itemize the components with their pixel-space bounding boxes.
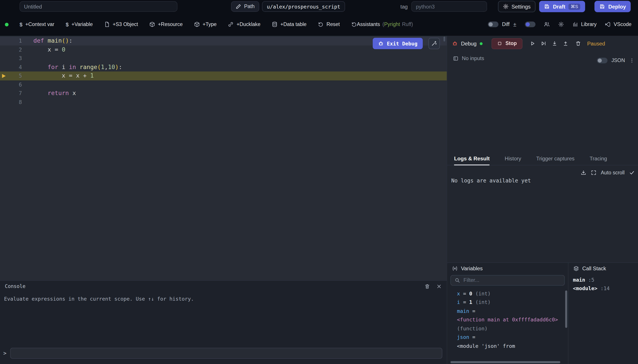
- debug-clear-button[interactable]: [575, 41, 581, 46]
- stop-label: Stop: [505, 41, 517, 46]
- expand-logs-button[interactable]: [591, 170, 596, 175]
- bars-icon: [573, 22, 578, 27]
- app: Path u/alex/prosperous_script tag Settin…: [0, 0, 638, 364]
- path-button[interactable]: Path: [231, 1, 259, 12]
- add-data-table-button[interactable]: +Data table: [272, 22, 307, 27]
- step-into-button[interactable]: [552, 41, 557, 46]
- path-value[interactable]: u/alex/prosperous_script: [262, 1, 345, 12]
- tab-tracing[interactable]: Tracing: [590, 152, 607, 165]
- code-line[interactable]: 7 return x: [0, 89, 447, 98]
- line-number[interactable]: 3: [0, 54, 22, 63]
- vertical-scrollbar[interactable]: [565, 290, 567, 328]
- variable-row[interactable]: <function main at 0xffffadadd6c0>: [457, 315, 568, 324]
- path-button-label: Path: [244, 4, 255, 10]
- add-data-table-label: +Data table: [280, 22, 307, 27]
- call-stack-frame[interactable]: main :5: [573, 275, 638, 284]
- json-label: JSON: [611, 58, 625, 63]
- horizontal-scrollbar[interactable]: [451, 361, 560, 363]
- line-number[interactable]: 4: [0, 63, 22, 72]
- variables-list: x = 0 (int)i = 1 (int)main =<function ma…: [447, 287, 568, 364]
- play-to-line-icon: [541, 41, 547, 46]
- logs-panel: Auto scroll No logs are available yet: [447, 165, 638, 262]
- stop-button[interactable]: Stop: [492, 38, 522, 49]
- code-line[interactable]: 8: [0, 98, 447, 106]
- add-s3-object-button[interactable]: +S3 Object: [104, 22, 138, 27]
- draft-label: Draft: [553, 4, 565, 10]
- library-button[interactable]: Library: [573, 22, 597, 27]
- users-button[interactable]: [544, 22, 550, 27]
- call-stack-frame[interactable]: <module> :14: [573, 284, 638, 293]
- variable-row[interactable]: x = 0 (int): [457, 289, 568, 298]
- draft-button[interactable]: Draft ⌘S: [539, 1, 585, 12]
- variables-filter-input[interactable]: [463, 277, 561, 283]
- diff-toggle[interactable]: [488, 22, 498, 27]
- line-number[interactable]: 8: [0, 98, 22, 106]
- code-line[interactable]: 4 for i in range(1,10):: [0, 63, 447, 72]
- save-icon: [544, 4, 550, 10]
- variable-row[interactable]: (function): [457, 324, 568, 333]
- dollar-icon: $: [66, 22, 69, 28]
- add-ducklake-button[interactable]: +Ducklake: [228, 22, 260, 27]
- tag-group: tag: [400, 1, 487, 12]
- editor-scrollbar[interactable]: [444, 36, 445, 41]
- bug-icon: [378, 41, 383, 46]
- variable-row[interactable]: i = 1 (int): [457, 298, 568, 306]
- continue-button[interactable]: [530, 41, 536, 46]
- trash-icon: [424, 284, 430, 289]
- code-line[interactable]: 6: [0, 80, 447, 89]
- line-number[interactable]: 2: [0, 45, 22, 54]
- multiplayer-toggle[interactable]: [525, 22, 535, 27]
- variable-row[interactable]: main =: [457, 306, 568, 315]
- console-input[interactable]: [10, 348, 442, 359]
- tab-history[interactable]: History: [505, 152, 521, 165]
- add-variable-button[interactable]: $ +Variable: [66, 22, 93, 28]
- variables-title: Variables: [461, 265, 483, 271]
- users-icon: [544, 22, 550, 27]
- more-options-button[interactable]: [629, 58, 635, 63]
- call-stack-list: main :5<module> :14: [568, 274, 638, 293]
- script-name-input[interactable]: [20, 1, 177, 12]
- code-text: [22, 98, 33, 106]
- add-type-button[interactable]: +Type: [194, 22, 217, 27]
- tab-logs-result[interactable]: Logs & Result: [454, 152, 490, 165]
- line-number[interactable]: 1: [0, 36, 22, 45]
- json-row: JSON: [597, 58, 635, 63]
- trash-icon: [575, 41, 581, 46]
- code-editor[interactable]: 1def main():2 x = 034 for i in range(1,1…: [0, 36, 447, 280]
- add-resource-button[interactable]: +Resource: [149, 22, 183, 27]
- console-clear-button[interactable]: [424, 284, 430, 289]
- deploy-button[interactable]: Deploy: [594, 1, 631, 12]
- code-line[interactable]: 3: [0, 54, 447, 63]
- variable-row[interactable]: <module 'json' from: [457, 342, 568, 350]
- call-stack-header: Call Stack: [568, 262, 638, 274]
- reset-button[interactable]: Reset: [318, 22, 340, 27]
- line-number[interactable]: 7: [0, 89, 22, 98]
- tab-trigger-captures[interactable]: Trigger captures: [536, 152, 574, 165]
- package-icon: [194, 22, 200, 27]
- debug-label: Debug: [461, 40, 477, 46]
- exit-debug-button[interactable]: Exit Debug: [373, 38, 423, 49]
- vscode-button[interactable]: VScode: [605, 22, 631, 27]
- debug-panel: Debug Stop Paused: [447, 36, 638, 364]
- console-close-button[interactable]: [436, 284, 442, 289]
- add-context-var-button[interactable]: $ +Context var: [20, 22, 54, 28]
- step-out-button[interactable]: [563, 41, 568, 46]
- diff-label: Diff: [502, 22, 509, 27]
- settings-gear-button[interactable]: [558, 22, 564, 27]
- call-stack-title: Call Stack: [582, 265, 606, 271]
- settings-button[interactable]: Settings: [498, 1, 535, 12]
- download-icon: [580, 170, 586, 175]
- variable-row[interactable]: json =: [457, 333, 568, 342]
- json-toggle[interactable]: [597, 58, 607, 63]
- add-type-label: +Type: [202, 22, 217, 27]
- tag-input[interactable]: [411, 1, 487, 12]
- auto-scroll-label[interactable]: Auto scroll: [601, 170, 625, 175]
- diff-group: Diff ±: [488, 21, 516, 28]
- download-logs-button[interactable]: [580, 170, 586, 175]
- code-line[interactable]: 5 x = x + 1: [0, 72, 447, 80]
- ai-wand-button[interactable]: [429, 38, 440, 49]
- assistants-button[interactable]: Assistants (PyrightRuff): [351, 22, 413, 27]
- line-number[interactable]: 6: [0, 80, 22, 89]
- code-text: [22, 54, 33, 63]
- step-over-button[interactable]: [541, 41, 547, 46]
